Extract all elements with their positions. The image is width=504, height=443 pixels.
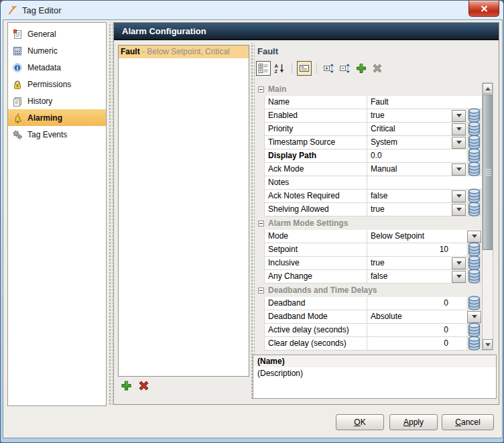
- property-name[interactable]: Timestamp Source: [265, 136, 367, 149]
- value-spacer: [451, 337, 466, 351]
- scroll-down-button[interactable]: [483, 339, 493, 350]
- grid-scrollbar[interactable]: [482, 82, 493, 351]
- alarming-icon: [12, 113, 23, 123]
- property-value[interactable]: 0: [367, 297, 451, 310]
- property-name[interactable]: Deadband Mode: [265, 310, 367, 324]
- property-name[interactable]: Enabled: [265, 109, 367, 123]
- binding-button[interactable]: [466, 337, 482, 351]
- property-name[interactable]: Inclusive: [265, 257, 367, 270]
- property-name[interactable]: Name: [265, 96, 367, 109]
- scroll-up-button[interactable]: [483, 83, 493, 94]
- property-value[interactable]: System: [367, 136, 451, 149]
- cancel-button[interactable]: Cancel: [442, 414, 494, 430]
- row-gutter: [257, 149, 265, 163]
- sidebar-item-general[interactable]: General: [8, 25, 106, 42]
- categorize-button[interactable]: [256, 61, 271, 76]
- dropdown-button[interactable]: [452, 137, 466, 149]
- property-value[interactable]: true: [367, 257, 451, 270]
- property-name[interactable]: Any Change: [265, 270, 367, 283]
- sidebar-item-metadata[interactable]: Metadata: [8, 59, 106, 76]
- property-value[interactable]: 0: [367, 337, 451, 351]
- property-value[interactable]: Manual: [367, 163, 451, 176]
- sidebar-item-tag-events[interactable]: Tag Events: [8, 126, 106, 143]
- collapse-all-button[interactable]: [338, 61, 353, 76]
- dropdown-button[interactable]: [452, 271, 466, 283]
- ok-button[interactable]: OK: [336, 414, 384, 430]
- property-name[interactable]: Display Path: [265, 149, 367, 163]
- collapse-icon[interactable]: [258, 288, 264, 294]
- property-row: NameFault: [257, 96, 482, 109]
- collapse-icon[interactable]: [258, 220, 264, 227]
- add-property-button[interactable]: [354, 61, 369, 76]
- property-value[interactable]: [367, 176, 482, 190]
- dropdown-button[interactable]: [452, 190, 466, 202]
- section-label: Alarm Mode Settings: [268, 218, 348, 228]
- section-header-deadbands-and-time-delays[interactable]: Deadbands and Time Delays: [257, 283, 482, 297]
- property-name[interactable]: Mode: [265, 230, 367, 243]
- property-value[interactable]: Fault: [367, 96, 482, 109]
- binding-button[interactable]: [466, 270, 482, 283]
- sidebar-item-label: Tag Events: [27, 130, 67, 139]
- property-name[interactable]: Active delay (seconds): [265, 324, 367, 337]
- scrollbar-thumb[interactable]: [483, 94, 493, 250]
- dropdown-button[interactable]: [467, 311, 481, 323]
- property-name[interactable]: Ack Notes Required: [265, 190, 367, 203]
- section-header-main[interactable]: Main: [257, 82, 482, 96]
- dropdown-cell: [451, 123, 466, 136]
- delete-alarm-icon[interactable]: [138, 380, 149, 391]
- property-value[interactable]: false: [367, 270, 451, 283]
- binding-button[interactable]: [466, 203, 482, 216]
- sidebar-item-alarming[interactable]: Alarming: [8, 109, 106, 126]
- property-name[interactable]: Clear delay (seconds): [265, 337, 367, 351]
- sidebar: GeneralNumericMetadataPermissionsHistory…: [7, 22, 107, 406]
- alarm-list-item[interactable]: Fault - Below Setpoint, Critical: [119, 46, 249, 58]
- binding-button[interactable]: [466, 297, 482, 310]
- apply-button[interactable]: Apply: [389, 414, 438, 430]
- description-toggle-button[interactable]: [297, 61, 312, 76]
- section-header-alarm-mode-settings[interactable]: Alarm Mode Settings: [257, 216, 482, 230]
- expand-all-button[interactable]: [322, 61, 336, 76]
- dropdown-button[interactable]: [452, 204, 466, 216]
- row-gutter: [257, 243, 265, 257]
- property-row: Ack Notes Requiredfalse: [257, 190, 482, 203]
- sidebar-item-numeric[interactable]: Numeric: [8, 42, 106, 59]
- dropdown-button[interactable]: [452, 164, 466, 176]
- property-value[interactable]: 0: [367, 324, 451, 337]
- dropdown-button[interactable]: [452, 110, 466, 122]
- property-name[interactable]: Notes: [265, 176, 367, 190]
- property-name[interactable]: Priority: [265, 123, 367, 136]
- property-value[interactable]: Critical: [367, 123, 451, 136]
- dropdown-button[interactable]: [452, 257, 466, 269]
- property-value[interactable]: 0.0: [367, 149, 451, 163]
- close-button[interactable]: [468, 1, 499, 17]
- property-name[interactable]: Deadband: [265, 297, 367, 310]
- property-name[interactable]: Ack Mode: [265, 163, 367, 176]
- property-grid-container: MainNameFaultEnabledtruePriorityCritical…: [257, 82, 493, 351]
- sidebar-item-label: Alarming: [27, 113, 62, 123]
- sidebar-item-history[interactable]: History: [8, 92, 106, 109]
- binding-icon: [466, 161, 482, 177]
- row-gutter: [257, 310, 265, 324]
- add-alarm-icon[interactable]: [121, 380, 132, 391]
- dropdown-button[interactable]: [467, 231, 481, 243]
- sort-az-button[interactable]: AZ: [272, 61, 287, 76]
- toolbar-separator: [316, 63, 317, 74]
- binding-button[interactable]: [466, 163, 482, 176]
- property-name[interactable]: Setpoint: [265, 243, 367, 257]
- property-value[interactable]: Below Setpoint: [367, 230, 466, 243]
- property-row: Enabledtrue: [257, 109, 482, 123]
- property-value[interactable]: Absolute: [367, 310, 466, 324]
- collapse-icon[interactable]: [258, 86, 264, 92]
- sidebar-item-permissions[interactable]: Permissions: [8, 76, 106, 92]
- sidebar-splitter[interactable]: [108, 22, 113, 405]
- remove-property-button[interactable]: [370, 61, 385, 76]
- title-bar[interactable]: Tag Editor: [1, 1, 503, 19]
- property-value[interactable]: false: [367, 190, 451, 203]
- list-props-splitter[interactable]: [250, 43, 255, 399]
- property-value[interactable]: 10: [367, 243, 451, 257]
- alarm-list[interactable]: Fault - Below Setpoint, Critical: [118, 45, 249, 377]
- property-value[interactable]: true: [367, 203, 451, 216]
- dropdown-button[interactable]: [452, 123, 466, 135]
- property-value[interactable]: true: [367, 109, 451, 123]
- property-name[interactable]: Shelving Allowed: [265, 203, 367, 216]
